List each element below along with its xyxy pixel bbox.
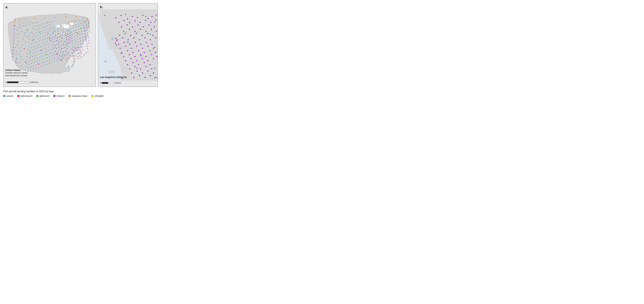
map-a-place-sub2: and Hawaii (not shown) bbox=[5, 74, 28, 77]
svg-point-448 bbox=[77, 53, 78, 54]
svg-point-150 bbox=[84, 27, 84, 28]
svg-point-337 bbox=[13, 50, 14, 51]
svg-point-212 bbox=[64, 37, 65, 38]
legend-item-gliderport: gliderport bbox=[36, 95, 50, 97]
svg-point-157 bbox=[82, 31, 82, 32]
svg-point-452 bbox=[77, 56, 78, 57]
svg-point-262 bbox=[60, 49, 61, 50]
svg-point-59 bbox=[57, 25, 58, 26]
svg-point-462 bbox=[44, 17, 46, 18]
svg-point-14 bbox=[16, 51, 17, 51]
scale-dist-a: 1000 km bbox=[30, 81, 38, 83]
svg-point-566 bbox=[122, 37, 123, 38]
svg-point-274 bbox=[47, 57, 48, 58]
svg-point-22 bbox=[19, 24, 20, 25]
svg-point-472 bbox=[68, 22, 70, 23]
svg-point-195 bbox=[73, 61, 74, 62]
map-panel-b: b. bbox=[98, 3, 158, 87]
svg-point-238 bbox=[42, 52, 43, 53]
svg-point-154 bbox=[74, 33, 74, 34]
svg-point-42 bbox=[33, 28, 34, 29]
svg-point-255 bbox=[42, 56, 43, 57]
svg-point-125 bbox=[76, 21, 77, 22]
svg-point-401 bbox=[62, 38, 63, 39]
legend-dot-gliderport bbox=[36, 95, 38, 97]
svg-point-6 bbox=[13, 46, 14, 47]
scale-zero-a: 0 bbox=[5, 81, 6, 83]
svg-point-190 bbox=[74, 51, 75, 52]
svg-point-625 bbox=[150, 75, 151, 76]
svg-point-515 bbox=[154, 21, 155, 22]
svg-point-531 bbox=[137, 17, 138, 18]
svg-point-349 bbox=[87, 30, 88, 31]
svg-point-53 bbox=[41, 31, 42, 32]
svg-point-415 bbox=[56, 48, 57, 49]
svg-point-496 bbox=[30, 52, 31, 53]
svg-point-419 bbox=[67, 48, 68, 49]
svg-point-395 bbox=[60, 35, 61, 36]
svg-point-520 bbox=[140, 55, 142, 56]
scale-bar-white-a bbox=[18, 82, 30, 83]
svg-point-341 bbox=[16, 63, 17, 63]
svg-point-246 bbox=[64, 44, 64, 45]
svg-point-582 bbox=[130, 48, 132, 49]
svg-point-583 bbox=[136, 46, 137, 47]
svg-point-164 bbox=[82, 34, 83, 35]
svg-point-479 bbox=[33, 39, 34, 40]
svg-point-268 bbox=[32, 63, 32, 64]
svg-point-631 bbox=[116, 45, 117, 46]
svg-point-90 bbox=[39, 41, 40, 42]
svg-point-589 bbox=[132, 52, 134, 53]
svg-point-357 bbox=[88, 37, 89, 38]
legend-label-seaplane-base: seaplane base bbox=[72, 95, 88, 97]
svg-point-362 bbox=[87, 46, 88, 47]
svg-point-160 bbox=[72, 37, 72, 38]
svg-point-439 bbox=[78, 47, 78, 48]
svg-point-45 bbox=[42, 27, 42, 28]
svg-point-385 bbox=[67, 44, 68, 45]
svg-point-558 bbox=[119, 35, 120, 36]
svg-point-375 bbox=[70, 33, 70, 34]
svg-point-130 bbox=[73, 25, 74, 26]
svg-point-580 bbox=[120, 48, 120, 49]
svg-point-245 bbox=[61, 45, 62, 46]
svg-point-612 bbox=[129, 68, 130, 69]
svg-point-62 bbox=[35, 36, 36, 37]
svg-point-571 bbox=[150, 39, 151, 40]
svg-point-170 bbox=[80, 37, 80, 38]
svg-point-8 bbox=[12, 53, 13, 54]
svg-point-548 bbox=[143, 26, 144, 27]
svg-point-95 bbox=[52, 36, 53, 37]
svg-point-181 bbox=[75, 45, 76, 46]
svg-point-324 bbox=[19, 53, 20, 54]
svg-point-407 bbox=[64, 41, 64, 42]
svg-point-435 bbox=[66, 59, 67, 60]
svg-point-613 bbox=[134, 66, 136, 67]
svg-point-614 bbox=[140, 68, 141, 69]
svg-point-371 bbox=[67, 31, 68, 32]
svg-point-63 bbox=[37, 35, 38, 36]
svg-point-563 bbox=[147, 33, 148, 34]
svg-point-222 bbox=[46, 48, 46, 49]
svg-point-99 bbox=[63, 32, 64, 33]
svg-point-278 bbox=[57, 53, 58, 54]
svg-point-84 bbox=[60, 29, 61, 30]
svg-point-342 bbox=[84, 26, 84, 27]
svg-point-621 bbox=[153, 72, 154, 73]
svg-point-495 bbox=[80, 28, 81, 29]
svg-point-306 bbox=[44, 65, 44, 66]
svg-point-175 bbox=[75, 42, 76, 43]
svg-point-97 bbox=[57, 34, 58, 35]
svg-point-252 bbox=[34, 59, 35, 60]
svg-point-590 bbox=[138, 50, 139, 51]
svg-point-487 bbox=[38, 64, 39, 65]
svg-point-368 bbox=[80, 57, 80, 58]
svg-point-287 bbox=[39, 64, 40, 64]
svg-point-91 bbox=[42, 40, 42, 41]
svg-point-288 bbox=[42, 63, 42, 64]
svg-point-358 bbox=[86, 41, 87, 42]
svg-point-298 bbox=[67, 53, 68, 54]
svg-point-386 bbox=[69, 43, 70, 44]
svg-point-370 bbox=[65, 33, 66, 34]
svg-point-309 bbox=[51, 62, 52, 63]
